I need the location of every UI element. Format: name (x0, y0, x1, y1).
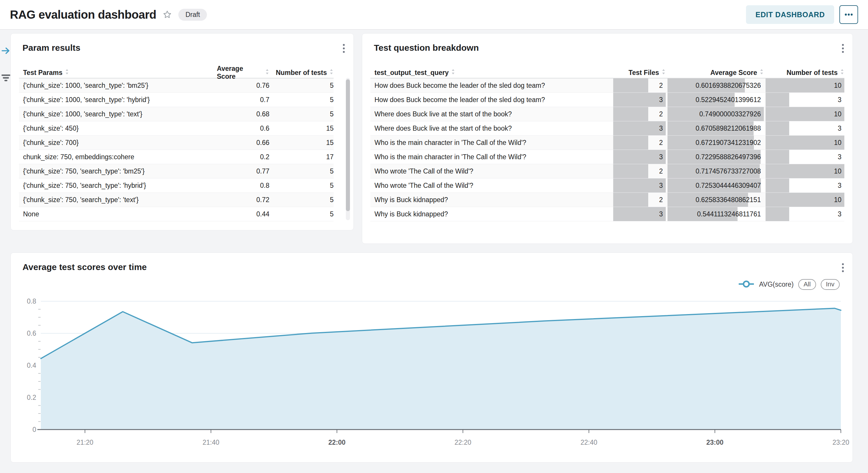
table-row[interactable]: Who is the main character in 'The Call o… (370, 136, 844, 150)
svg-text:0: 0 (32, 426, 36, 433)
chart-title: Average test scores over time (23, 262, 844, 272)
panel-title: Test question breakdown (374, 43, 844, 53)
cell-test-files: 3 (613, 207, 666, 221)
cell-test-query: How does Buck become the leader of the s… (370, 93, 612, 107)
column-header-number-of-tests[interactable]: Number of tests (269, 68, 334, 77)
cell-average-score: 0.6258336480862151 (668, 193, 764, 207)
panel-menu-icon[interactable] (840, 42, 846, 56)
cell-average-score: 0.7174576733727008 (668, 164, 764, 178)
table-row[interactable]: Where does Buck live at the start of the… (370, 121, 844, 136)
cell-test-query: Where does Buck live at the start of the… (370, 121, 612, 135)
cell-average-score: 0.6721907341231902 (668, 136, 764, 149)
cell-number-of-tests: 10 (766, 193, 844, 207)
cell-average-score: 0.5229452401399612 (668, 93, 764, 107)
table-row[interactable]: {'chunk_size': 750, 'search_type': 'text… (19, 193, 334, 207)
table-row[interactable]: {'chunk_size': 750, 'search_type': 'hybr… (19, 178, 334, 193)
panel-title: Param results (23, 43, 345, 53)
svg-text:22:00: 22:00 (328, 439, 346, 446)
data-bar (613, 207, 666, 221)
cell-test-files: 3 (613, 178, 666, 193)
data-bar (613, 93, 666, 107)
table-row[interactable]: {'chunk_size': 1000, 'search_type': 'bm2… (19, 78, 334, 93)
cell-test-query: Who wrote 'The Call of the Wild'? (370, 164, 612, 178)
sort-icon (661, 68, 666, 77)
cell-number-of-tests: 3 (766, 93, 844, 107)
cell-test-query: How does Buck become the leader of the s… (370, 78, 612, 93)
cell-average-score: 0.44 (217, 207, 269, 221)
table-row[interactable]: How does Buck become the leader of the s… (370, 93, 844, 107)
more-options-button[interactable] (839, 5, 858, 24)
svg-text:0.8: 0.8 (27, 298, 36, 305)
table-row[interactable]: Who wrote 'The Call of the Wild'?20.7174… (370, 164, 844, 178)
svg-text:0.4: 0.4 (27, 362, 36, 369)
legend-all-button[interactable]: All (798, 279, 816, 290)
edit-dashboard-button[interactable]: EDIT DASHBOARD (746, 5, 834, 24)
cell-number-of-tests: 5 (269, 178, 334, 193)
table-row[interactable]: Where does Buck live at the start of the… (370, 107, 844, 121)
sort-icon (840, 68, 844, 77)
series-legend-label[interactable]: AVG(score) (759, 280, 794, 289)
table-row[interactable]: Why is Buck kidnapped?20.625833648086215… (370, 193, 844, 207)
param-results-panel: Param results Test Params Average Score … (10, 33, 354, 230)
table-scrollbar-track[interactable] (346, 78, 350, 220)
page-title: RAG evaluation dashboard (10, 8, 156, 21)
table-row[interactable]: {'chunk_size': 750, 'search_type': 'bm25… (19, 164, 334, 178)
table-row[interactable]: Who wrote 'The Call of the Wild'?30.7253… (370, 178, 844, 193)
cell-average-score: 0.749000003327926 (668, 107, 764, 121)
data-bar (613, 107, 648, 121)
cell-test-files: 2 (613, 193, 666, 207)
cell-number-of-tests: 10 (766, 136, 844, 149)
cell-number-of-tests: 10 (766, 164, 844, 178)
cell-test-query: Who is the main character in 'The Call o… (370, 136, 612, 149)
table-scrollbar-thumb[interactable] (346, 79, 350, 211)
avg-scores-chart-panel: Average test scores over time AVG(score)… (10, 252, 853, 463)
cell-average-score: 0.77 (217, 164, 269, 178)
column-header-test-query[interactable]: test_output_test_query (370, 68, 612, 77)
cell-test-params: chunk_size: 750, embeddings:cohere (19, 150, 217, 164)
table-row[interactable]: Why is Buck kidnapped?30.544111324681176… (370, 207, 844, 221)
column-header-average-score[interactable]: Average Score (217, 65, 269, 80)
star-favorite-icon[interactable] (162, 10, 172, 19)
cell-test-params: {'chunk_size': 700} (19, 136, 217, 149)
cell-average-score: 0.8 (217, 178, 269, 193)
title-row: RAG evaluation dashboard Draft (10, 8, 207, 21)
test-question-breakdown-panel: Test question breakdown test_output_test… (362, 33, 853, 244)
data-bar (613, 121, 666, 135)
cell-test-params: {'chunk_size': 1000, 'search_type': 'hyb… (19, 93, 217, 107)
table-row[interactable]: How does Buck become the leader of the s… (370, 78, 844, 93)
column-header-number-of-tests[interactable]: Number of tests (764, 68, 844, 77)
cell-test-params: None (19, 207, 217, 221)
cell-test-query: Why is Buck kidnapped? (370, 207, 612, 221)
table-row[interactable]: Who is the main character in 'The Call o… (370, 150, 844, 164)
table-row[interactable]: {'chunk_size': 1000, 'search_type': 'tex… (19, 107, 334, 121)
panel-menu-icon[interactable] (840, 261, 846, 276)
table-row[interactable]: chunk_size: 750, embeddings:cohere0.217 (19, 150, 334, 164)
sort-icon (265, 68, 269, 77)
sort-icon (451, 68, 455, 77)
cell-test-files: 3 (613, 93, 666, 107)
table-row[interactable]: {'chunk_size': 700}0.6615 (19, 136, 334, 150)
status-badge: Draft (178, 9, 207, 21)
table-row[interactable]: {'chunk_size': 1000, 'search_type': 'hyb… (19, 93, 334, 107)
legend-inv-button[interactable]: Inv (821, 279, 840, 290)
scores-area-chart[interactable]: 00.20.40.60.821:2021:4022:0022:2022:4023… (19, 293, 845, 457)
svg-text:23:20: 23:20 (832, 439, 849, 446)
svg-text:0.6: 0.6 (27, 330, 36, 337)
cell-test-query: Where does Buck live at the start of the… (370, 107, 612, 121)
column-header-average-score[interactable]: Average Score (666, 68, 764, 77)
panel-menu-icon[interactable] (341, 42, 347, 56)
cell-number-of-tests: 3 (766, 178, 844, 193)
scores-line-chart: 00.20.40.60.821:2021:4022:0022:2022:4023… (19, 293, 845, 457)
cell-average-score: 0.68 (217, 107, 269, 121)
data-bar (613, 78, 648, 93)
column-header-test-files[interactable]: Test Files (612, 68, 666, 77)
header-actions: EDIT DASHBOARD (746, 5, 858, 24)
table-row[interactable]: None0.445 (19, 207, 334, 221)
table-row[interactable]: {'chunk_size': 450}0.615 (19, 121, 334, 136)
cell-number-of-tests: 10 (766, 107, 844, 121)
column-header-test-params[interactable]: Test Params (19, 68, 217, 77)
cell-test-params: {'chunk_size': 450} (19, 121, 217, 135)
data-bar (766, 164, 844, 178)
cell-number-of-tests: 3 (766, 150, 844, 164)
sort-icon (329, 68, 334, 77)
